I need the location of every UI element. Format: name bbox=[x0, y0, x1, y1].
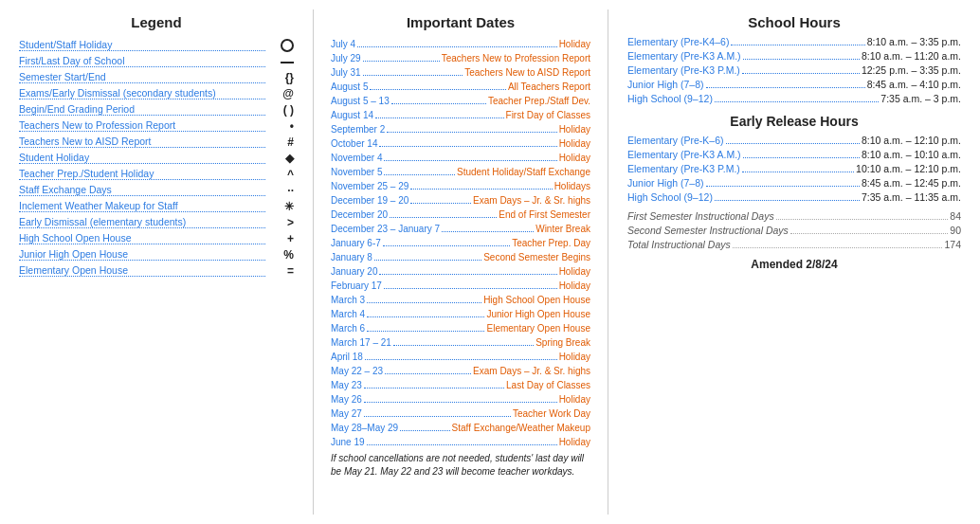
date-dots bbox=[390, 208, 497, 218]
date-event: Holiday bbox=[559, 436, 590, 448]
date-event: Holiday bbox=[559, 351, 590, 363]
date-event: Teachers New to AISD Report bbox=[464, 66, 590, 79]
date-item: May 27Teacher Work Day bbox=[331, 407, 590, 420]
date-label: March 6 bbox=[331, 322, 365, 334]
legend-item-symbol: @ bbox=[265, 87, 294, 100]
date-dots bbox=[357, 38, 557, 47]
instructional-days-dots bbox=[790, 225, 948, 234]
legend-item-label: Teachers New to AISD Report bbox=[19, 136, 265, 148]
date-event: Exam Days – Jr. & Sr. highs bbox=[473, 194, 590, 207]
date-dots bbox=[364, 393, 557, 403]
legend-item-label: Teachers New to Profession Report bbox=[19, 119, 265, 132]
school-hours-time: 7:35 a.m. – 3 p.m. bbox=[880, 93, 961, 104]
legend-item-symbol: {} bbox=[265, 71, 294, 84]
date-item: March 17 – 21Spring Break bbox=[331, 336, 590, 349]
date-event: Teacher Prep. Day bbox=[512, 237, 590, 249]
date-item: July 31Teachers New to AISD Report bbox=[331, 66, 590, 79]
school-hours-item: Elementary (Pre-K3 A.M.)8:10 a.m. – 11:2… bbox=[627, 50, 961, 62]
date-item: March 6Elementary Open House bbox=[331, 322, 590, 334]
legend-title: Legend bbox=[19, 14, 294, 30]
date-dots bbox=[391, 95, 486, 104]
legend-item-label: Begin/End Grading Period bbox=[19, 103, 265, 116]
school-hours-label: Elementary (Pre-K3 P.M.) bbox=[627, 64, 740, 76]
date-dots bbox=[384, 152, 556, 161]
date-label: February 17 bbox=[331, 280, 382, 292]
school-hours-dots bbox=[742, 64, 860, 74]
date-label: July 31 bbox=[331, 66, 361, 79]
early-release-item: Elementary (Pre-K3 A.M.)8:10 a.m. – 10:1… bbox=[627, 149, 961, 160]
legend-item-label: Student/Staff Holiday bbox=[19, 39, 265, 51]
date-event: Staff Exchange/Weather Makeup bbox=[452, 422, 590, 434]
date-event: Teachers New to Profession Report bbox=[442, 52, 590, 64]
early-release-label: Elementary (Pre-K3 P.M.) bbox=[627, 163, 740, 174]
date-dots bbox=[367, 294, 481, 303]
early-release-dots bbox=[742, 163, 854, 172]
school-hours-item: Junior High (7–8)8:45 a.m. – 4:10 p.m. bbox=[627, 79, 961, 90]
legend-items: Student/Staff HolidayFirst/Last Day of S… bbox=[19, 38, 294, 278]
date-item: January 8Second Semester Begins bbox=[331, 251, 590, 263]
divider-2 bbox=[608, 9, 608, 515]
instructional-days: First Semester Instructional Days84Secon… bbox=[627, 210, 961, 250]
school-hours-time: 8:10 a.m. – 3:35 p.m. bbox=[867, 36, 961, 47]
early-release-label: Elementary (Pre-K3 A.M.) bbox=[627, 149, 741, 160]
date-dots bbox=[374, 251, 481, 261]
date-label: November 4 bbox=[331, 152, 382, 164]
date-item: May 23Last Day of Classes bbox=[331, 379, 590, 391]
date-label: April 18 bbox=[331, 351, 363, 363]
date-event: Holiday bbox=[559, 265, 590, 278]
date-event: High School Open House bbox=[483, 294, 590, 306]
date-event: Elementary Open House bbox=[486, 322, 590, 334]
date-label: September 2 bbox=[331, 123, 385, 136]
legend-item-symbol: % bbox=[265, 248, 294, 262]
date-item: August 5All Teachers Report bbox=[331, 81, 590, 93]
school-hours-time: 8:10 a.m. – 11:20 a.m. bbox=[862, 50, 961, 62]
date-item: March 3High School Open House bbox=[331, 294, 590, 306]
date-dots bbox=[400, 422, 449, 431]
date-event: Exam Days – Jr. & Sr. highs bbox=[473, 365, 590, 377]
early-release-time: 10:10 a.m. – 12:10 p.m. bbox=[856, 163, 961, 174]
amended-text: Amended 2/8/24 bbox=[627, 258, 961, 271]
legend-item-label: Staff Exchange Days bbox=[19, 184, 265, 196]
date-dots bbox=[384, 166, 455, 175]
date-dots bbox=[365, 351, 557, 360]
school-hours-time: 8:45 a.m. – 4:10 p.m. bbox=[867, 79, 961, 90]
date-label: August 5 – 13 bbox=[331, 95, 390, 107]
date-item: January 20Holiday bbox=[331, 265, 590, 278]
early-release-dots bbox=[726, 135, 860, 144]
legend-item-symbol: ◆ bbox=[265, 152, 294, 165]
instructional-days-label: Total Instructional Days bbox=[627, 239, 731, 250]
school-hours-item: Elementary (Pre-K3 P.M.)12:25 p.m. – 3:3… bbox=[627, 64, 961, 76]
date-label: June 19 bbox=[331, 436, 365, 448]
date-item: April 18Holiday bbox=[331, 351, 590, 363]
date-dots bbox=[367, 322, 484, 332]
date-item: December 20End of First Semester bbox=[331, 208, 590, 221]
date-item: August 14First Day of Classes bbox=[331, 109, 590, 121]
instructional-days-label: First Semester Instructional Days bbox=[627, 210, 774, 222]
date-item: September 2Holiday bbox=[331, 123, 590, 136]
date-event: Holiday bbox=[559, 280, 590, 292]
date-label: July 4 bbox=[331, 38, 355, 50]
early-release-label: Junior High (7–8) bbox=[627, 177, 704, 189]
date-event: Holiday bbox=[559, 38, 590, 50]
legend-item: Student Holiday◆ bbox=[19, 152, 294, 165]
legend-item-label: Exams/Early Dismissal (secondary student… bbox=[19, 87, 265, 99]
date-label: November 5 bbox=[331, 166, 382, 178]
date-dots bbox=[410, 194, 471, 204]
date-label: December 23 – January 7 bbox=[331, 223, 440, 235]
legend-item-symbol: ^ bbox=[265, 168, 294, 181]
date-item: December 23 – January 7Winter Break bbox=[331, 223, 590, 235]
date-dots bbox=[363, 66, 463, 76]
date-item: July 4Holiday bbox=[331, 38, 590, 50]
date-label: May 22 – 23 bbox=[331, 365, 383, 377]
legend-item: Semester Start/End{} bbox=[19, 71, 294, 84]
date-event: Winter Break bbox=[535, 223, 590, 235]
legend-item-symbol: • bbox=[265, 119, 294, 133]
date-label: March 4 bbox=[331, 308, 365, 320]
date-dots bbox=[379, 137, 556, 147]
date-item: March 4Junior High Open House bbox=[331, 308, 590, 320]
legend-item-label: Early Dismissal (elementary students) bbox=[19, 216, 265, 228]
date-item: February 17Holiday bbox=[331, 280, 590, 292]
legend-item-label: Teacher Prep./Student Holiday bbox=[19, 168, 265, 180]
legend-item-label: Student Holiday bbox=[19, 152, 265, 164]
legend-item-label: Semester Start/End bbox=[19, 71, 265, 83]
